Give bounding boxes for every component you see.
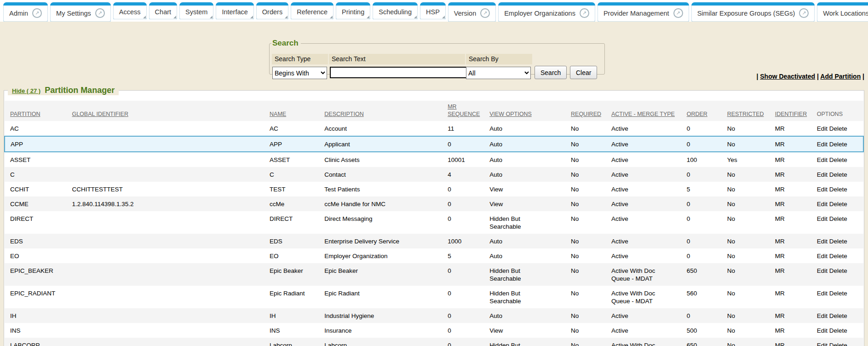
edit-link[interactable]: Edit: [817, 238, 828, 245]
nav-tab-label: Scheduling: [379, 8, 412, 16]
table-row-ins[interactable]: INSINSInsurance0ViewNoActive500NoMREdit …: [5, 323, 863, 338]
delete-link[interactable]: Delete: [829, 342, 847, 346]
column-header-partition[interactable]: PARTITION: [5, 101, 66, 121]
delete-link[interactable]: Delete: [829, 156, 847, 163]
column-header-required[interactable]: REQUIRED: [565, 101, 606, 121]
search-text-input[interactable]: [330, 67, 467, 78]
delete-link[interactable]: Delete: [829, 171, 847, 178]
edit-link[interactable]: Edit: [817, 125, 828, 132]
column-header-view_options[interactable]: VIEW OPTIONS: [484, 101, 565, 121]
delete-link[interactable]: Delete: [829, 312, 847, 319]
search-type-select[interactable]: Begins With: [272, 67, 327, 79]
column-header-active_merge_type[interactable]: ACTIVE - MERGE TYPE: [606, 101, 681, 121]
cell-mr_sequence: 0: [442, 211, 484, 234]
edit-link[interactable]: Edit: [817, 342, 828, 346]
delete-link[interactable]: Delete: [829, 253, 847, 260]
column-header-link-name[interactable]: NAME: [270, 111, 286, 117]
cell-partition: IH: [5, 308, 66, 323]
delete-link[interactable]: Delete: [829, 215, 847, 222]
nav-tab-reference[interactable]: Reference: [291, 2, 333, 19]
nav-tab-printing[interactable]: Printing: [336, 2, 370, 19]
column-header-link-restricted[interactable]: RESTRICTED: [727, 111, 764, 117]
edit-link[interactable]: Edit: [817, 290, 828, 297]
cell-global_identifier: [66, 263, 264, 286]
cell-restricted: No: [722, 211, 770, 234]
edit-link[interactable]: Edit: [817, 201, 828, 208]
delete-link[interactable]: Delete: [829, 267, 847, 274]
table-row-cchit[interactable]: CCHITCCHITTESTTESTTESTTest Patients0View…: [5, 182, 863, 196]
column-header-link-active_merge_type[interactable]: ACTIVE - MERGE TYPE: [611, 111, 675, 117]
cell-identifier: MR: [770, 196, 811, 211]
column-header-link-identifier[interactable]: IDENTIFIER: [775, 111, 807, 117]
cell-description: Epic Radiant: [319, 286, 442, 308]
edit-link[interactable]: Edit: [817, 156, 828, 163]
nav-tab-hsp[interactable]: HSP: [420, 2, 446, 19]
delete-link[interactable]: Delete: [829, 201, 847, 208]
edit-link[interactable]: Edit: [817, 171, 828, 178]
search-button[interactable]: Search: [535, 66, 567, 79]
nav-tab-orders[interactable]: Orders: [256, 2, 288, 19]
nav-tab-similar-exposure-groups-segs[interactable]: Similar Exposure Groups (SEGs)↗: [691, 2, 815, 22]
cell-description: Employer Organization: [319, 248, 442, 263]
nav-tab-scheduling[interactable]: Scheduling: [373, 2, 418, 19]
column-header-link-global_identifier[interactable]: GLOBAL IDENTIFIER: [72, 111, 128, 117]
cell-partition: EPIC_BEAKER: [5, 263, 66, 286]
nav-tab-interface[interactable]: Interface: [216, 2, 253, 19]
table-row-direct[interactable]: DIRECTDIRECTDirect Messaging0Hidden But …: [5, 211, 863, 234]
table-row-labcorp[interactable]: LABCORPLabcorpLabcorp0Hidden But Searcha…: [5, 338, 863, 346]
nav-tab-chart[interactable]: Chart: [149, 2, 177, 19]
column-header-name[interactable]: NAME: [264, 101, 319, 121]
edit-link[interactable]: Edit: [817, 186, 828, 193]
column-header-restricted[interactable]: RESTRICTED: [722, 101, 770, 121]
cell-identifier: MR: [770, 323, 811, 338]
table-row-ac[interactable]: ACACAccount11AutoNoActive0NoMREdit Delet…: [5, 121, 863, 136]
show-deactivated-link[interactable]: Show Deactivated: [760, 73, 815, 80]
nav-tab-provider-management[interactable]: Provider Management↗: [598, 2, 689, 22]
edit-link[interactable]: Edit: [817, 327, 828, 334]
hide-link[interactable]: Hide ( 27 ): [12, 87, 40, 94]
nav-tab-access[interactable]: Access: [113, 2, 147, 19]
cell-mr_sequence: 4: [442, 167, 484, 182]
column-header-description[interactable]: DESCRIPTION: [319, 101, 442, 121]
column-header-link-required[interactable]: REQUIRED: [571, 111, 601, 117]
table-row-ih[interactable]: IHIHIndustrial Hygiene0AutoNoActive0NoMR…: [5, 308, 863, 323]
column-header-global_identifier[interactable]: GLOBAL IDENTIFIER: [66, 101, 264, 121]
edit-link[interactable]: Edit: [817, 312, 828, 319]
delete-link[interactable]: Delete: [829, 290, 847, 297]
column-header-link-description[interactable]: DESCRIPTION: [324, 111, 363, 117]
column-header-order[interactable]: ORDER: [681, 101, 722, 121]
cell-view_options: View: [484, 182, 565, 196]
delete-link[interactable]: Delete: [829, 186, 847, 193]
edit-link[interactable]: Edit: [817, 267, 828, 274]
nav-tab-work-locations[interactable]: Work Locations↗: [817, 2, 868, 22]
column-header-link-order[interactable]: ORDER: [687, 111, 707, 117]
edit-link[interactable]: Edit: [817, 253, 828, 260]
table-row-eo[interactable]: EOEOEmployer Organization5AutoNoActive0N…: [5, 248, 863, 263]
search-by-select[interactable]: All: [466, 67, 531, 79]
nav-tab-system[interactable]: System: [179, 2, 213, 19]
delete-link[interactable]: Delete: [829, 125, 847, 132]
column-header-mr_sequence[interactable]: MR SEQUENCE: [442, 101, 484, 121]
nav-tab-employer-organizations[interactable]: Employer Organizations↗: [498, 2, 595, 22]
table-row-epic-beaker[interactable]: EPIC_BEAKEREpic BeakerEpic Beaker0Hidden…: [5, 263, 863, 286]
nav-tab-version[interactable]: Version↗: [448, 2, 496, 22]
column-header-link-partition[interactable]: PARTITION: [10, 111, 40, 117]
column-header-identifier[interactable]: IDENTIFIER: [770, 101, 811, 121]
column-header-link-view_options[interactable]: VIEW OPTIONS: [489, 111, 532, 117]
add-partition-link[interactable]: Add Partition: [820, 73, 861, 80]
table-row-eds[interactable]: EDSEDSEnterprise Delivery Service1000Aut…: [5, 234, 863, 248]
nav-tab-my-settings[interactable]: My Settings↗: [50, 2, 111, 22]
nav-tab-admin[interactable]: Admin↗: [3, 2, 48, 22]
table-row-epic-radiant[interactable]: EPIC_RADIANTEpic RadiantEpic Radiant0Hid…: [5, 286, 863, 308]
delete-link[interactable]: Delete: [829, 141, 847, 148]
column-header-link-mr_sequence[interactable]: MR SEQUENCE: [448, 104, 480, 117]
table-row-asset[interactable]: ASSETASSETClinic Assets10001AutoNoActive…: [5, 152, 863, 167]
edit-link[interactable]: Edit: [817, 141, 828, 148]
edit-link[interactable]: Edit: [817, 215, 828, 222]
delete-link[interactable]: Delete: [829, 327, 847, 334]
table-row-c[interactable]: CCContact4AutoNoActive0NoMREdit Delete: [5, 167, 863, 182]
clear-button[interactable]: Clear: [570, 66, 597, 79]
table-row-app[interactable]: APPAPPApplicant0AutoNoActive0NoMREdit De…: [5, 136, 863, 152]
delete-link[interactable]: Delete: [829, 238, 847, 245]
table-row-ccme[interactable]: CCME1.2.840.114398.1.35.2ccMeccMe Handle…: [5, 196, 863, 211]
